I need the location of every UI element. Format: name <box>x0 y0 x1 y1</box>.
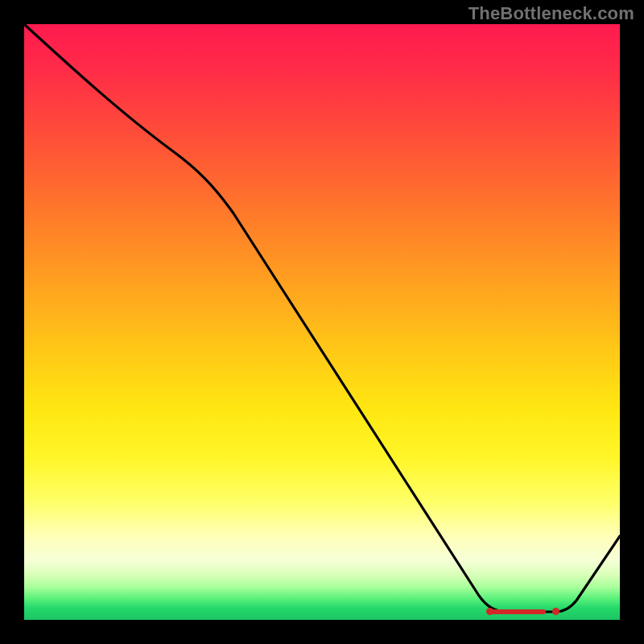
plot-area <box>24 24 620 620</box>
bottleneck-curve <box>24 24 620 620</box>
optimal-range-bar <box>489 609 546 614</box>
optimal-range-dot-end <box>552 608 559 615</box>
chart-frame: TheBottleneck.com <box>0 0 644 644</box>
curve-path <box>24 24 620 612</box>
watermark-text: TheBottleneck.com <box>469 3 634 24</box>
optimal-range-dot-start <box>486 608 493 615</box>
